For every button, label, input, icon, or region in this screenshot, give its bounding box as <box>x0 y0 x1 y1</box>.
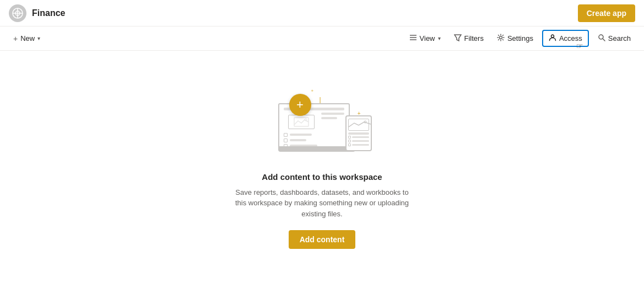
svg-line-11 <box>603 39 605 41</box>
toolbar-right: View ▾ Filters Settings <box>405 30 635 47</box>
svg-marker-7 <box>454 35 461 41</box>
workspace-title: Finance <box>32 8 65 18</box>
cursor-icon: ☞ <box>576 41 583 50</box>
new-caret-icon: ▾ <box>37 35 40 41</box>
gear-icon <box>497 34 505 43</box>
search-label: Search <box>608 34 631 42</box>
view-icon <box>409 34 417 43</box>
access-button[interactable]: Access ☞ <box>542 30 589 47</box>
create-app-button[interactable]: Create app <box>578 4 635 22</box>
svg-point-8 <box>499 36 502 39</box>
access-label: Access <box>559 34 582 42</box>
sparkle-1-icon: + <box>311 88 314 93</box>
view-caret-icon: ▾ <box>438 35 441 41</box>
filters-button[interactable]: Filters <box>450 31 488 46</box>
new-button[interactable]: + New ▾ <box>9 31 45 46</box>
svg-point-10 <box>599 35 603 39</box>
filters-label: Filters <box>464 34 484 42</box>
settings-button[interactable]: Settings <box>493 31 538 46</box>
toolbar-left: + New ▾ <box>9 31 45 46</box>
workspace-icon <box>9 4 26 22</box>
search-icon <box>598 34 605 43</box>
filter-icon <box>454 34 462 43</box>
tablet-icon <box>345 115 372 151</box>
empty-state-description: Save reports, dashboards, datasets, and … <box>234 187 410 220</box>
new-label: New <box>20 34 35 42</box>
person-icon <box>549 34 556 43</box>
view-button[interactable]: View ▾ <box>405 31 445 46</box>
add-content-button[interactable]: Add content <box>289 230 356 249</box>
laptop-icon <box>278 103 355 156</box>
view-label: View <box>420 34 435 42</box>
svg-point-9 <box>551 35 554 38</box>
workspace-illustration: + | + + <box>267 84 377 161</box>
header: Finance Create app <box>0 0 644 26</box>
sparkle-2-icon: | <box>320 96 321 104</box>
empty-state-title: Add content to this workspace <box>262 172 382 182</box>
settings-label: Settings <box>507 34 533 42</box>
add-circle-icon: + <box>289 94 311 116</box>
header-left: Finance <box>9 4 65 22</box>
search-button[interactable]: Search <box>593 31 635 46</box>
toolbar: + New ▾ View ▾ Filters <box>0 26 644 51</box>
main-content: + | + + <box>0 51 644 282</box>
plus-icon: + <box>13 34 18 43</box>
